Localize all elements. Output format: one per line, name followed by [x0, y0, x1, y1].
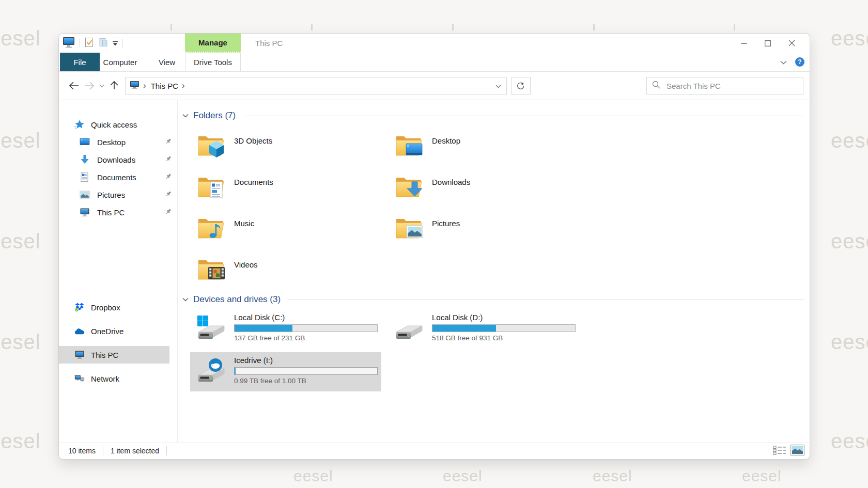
folder-videos-icon [197, 256, 226, 285]
picture-icon [80, 190, 90, 200]
sidebar-item-this-pc-pinned[interactable]: This PC [59, 203, 177, 221]
ribbon-tab-bar: File Computer View Drive Tools ? [59, 53, 810, 72]
pin-icon [165, 138, 172, 147]
navigation-pane: Quick access Desktop Downloads [59, 100, 178, 442]
pin-icon [165, 173, 172, 182]
customize-toolbar-caret-icon[interactable] [113, 39, 118, 48]
chevron-right-icon[interactable]: › [182, 78, 185, 93]
watermark: eesel [831, 430, 868, 453]
watermark: eesel [742, 467, 782, 485]
collapse-group-chevron-icon[interactable] [182, 114, 189, 118]
sidebar-item-this-pc[interactable]: This PC [59, 343, 177, 367]
address-bar[interactable]: › This PC › [125, 77, 507, 95]
quick-access-toolbar [62, 34, 122, 53]
watermark: eesel [831, 129, 868, 152]
download-arrow-icon [80, 154, 90, 165]
drive-name: Icedrive (I:) [234, 356, 378, 365]
group-header-folders[interactable]: Folders (7) [182, 108, 804, 123]
watermark: eesel [593, 467, 632, 485]
large-icons-view-icon[interactable] [791, 445, 804, 457]
folder-tile-label: Pictures [432, 219, 460, 228]
drive-tile-icedrive-selected[interactable]: Icedrive (I:) 0.99 TB free of 1.00 TB [190, 352, 381, 391]
sidebar-item-onedrive[interactable]: OneDrive [59, 319, 177, 343]
sidebar-item-label: OneDrive [91, 327, 123, 336]
forward-button[interactable] [82, 77, 97, 95]
folder-tile-label: Documents [234, 178, 273, 186]
drive-usage-bar [234, 367, 378, 375]
pin-icon [165, 208, 172, 217]
pin-icon [165, 155, 172, 164]
sidebar-item-dropbox[interactable]: Dropbox [59, 295, 177, 319]
refresh-button[interactable] [511, 77, 531, 95]
group-header-devices[interactable]: Devices and drives (3) [182, 292, 804, 307]
dropbox-icon [74, 302, 85, 312]
folder-tile-pictures[interactable]: Pictures [388, 214, 574, 251]
tab-view[interactable]: View [152, 53, 182, 71]
sidebar-item-pictures[interactable]: Pictures [59, 186, 177, 203]
drive-tile-local-disk-c[interactable]: Local Disk (C:) 137 GB free of 231 GB [190, 309, 381, 349]
network-icon [74, 373, 85, 384]
drive-tile-local-disk-d[interactable]: Local Disk (D:) 518 GB free of 931 GB [388, 309, 579, 349]
sidebar-item-documents[interactable]: Documents [59, 168, 177, 186]
breadcrumb-this-pc[interactable]: This PC [151, 82, 178, 90]
watermark: eesel [0, 27, 41, 50]
sidebar-item-quick-access[interactable]: Quick access [59, 116, 177, 133]
folder-tile-music[interactable]: Music [190, 214, 376, 251]
sidebar-item-downloads[interactable]: Downloads [59, 151, 177, 168]
folder-tile-label: 3D Objects [234, 136, 272, 145]
collapse-group-chevron-icon[interactable] [182, 297, 189, 302]
sidebar-item-label: Downloads [97, 155, 135, 164]
folder-tile-videos[interactable]: Videos [190, 255, 376, 292]
recent-locations-chevron-icon[interactable] [97, 77, 106, 95]
tab-drive-tools[interactable]: Drive Tools [185, 53, 241, 71]
status-item-count: 10 items [68, 447, 96, 455]
watermark-tick [593, 24, 595, 30]
sidebar-item-label: Dropbox [91, 303, 120, 312]
drive-name: Local Disk (C:) [234, 313, 378, 322]
expand-ribbon-chevron-icon[interactable] [780, 57, 787, 67]
search-box[interactable] [646, 77, 803, 95]
status-divider [103, 446, 103, 455]
tab-file[interactable]: File [60, 53, 100, 71]
toolbar-separator [122, 39, 122, 48]
drive-usage-bar [432, 324, 576, 332]
watermark: eesel [0, 330, 41, 354]
status-bar: 10 items 1 item selected [59, 442, 810, 459]
tab-computer[interactable]: Computer [103, 53, 137, 71]
search-input[interactable] [665, 81, 798, 91]
back-button[interactable] [66, 77, 82, 95]
help-icon[interactable]: ? [795, 57, 804, 67]
folder-music-icon [197, 215, 226, 244]
details-view-icon[interactable] [773, 445, 786, 457]
folder-tile-documents[interactable]: Documents [190, 172, 376, 210]
watermark: eesel [443, 467, 483, 485]
sidebar-item-network[interactable]: Network [59, 367, 177, 390]
status-selected-count: 1 item selected [111, 447, 159, 455]
folder-downloads-icon [395, 174, 424, 202]
sidebar-item-desktop[interactable]: Desktop [59, 133, 177, 151]
watermark: eesel [831, 27, 868, 50]
new-folder-quick-button[interactable] [98, 37, 109, 50]
pin-icon [165, 191, 172, 199]
view-toggle-buttons [773, 445, 804, 457]
minimize-button[interactable] [732, 34, 756, 53]
maximize-button[interactable] [756, 34, 780, 53]
onedrive-cloud-icon [74, 326, 85, 336]
properties-quick-button[interactable] [84, 37, 94, 50]
watermark-tick [171, 24, 172, 30]
folder-tile-downloads[interactable]: Downloads [388, 172, 574, 210]
folder-tile-desktop[interactable]: Desktop [388, 131, 574, 168]
sidebar-item-label: Network [91, 374, 119, 383]
sidebar-item-label: This PC [91, 351, 118, 359]
drive-usage-bar [234, 324, 378, 332]
watermark: eesel [0, 430, 41, 453]
tab-manage-contextual[interactable]: Manage [185, 34, 241, 53]
drive-free-space: 137 GB free of 231 GB [234, 334, 378, 342]
folder-tile-3d-objects[interactable]: 3D Objects [190, 131, 376, 168]
quick-access-star-icon [74, 119, 85, 130]
up-button[interactable] [106, 77, 122, 95]
close-button[interactable] [780, 34, 803, 53]
computer-icon [80, 207, 90, 217]
address-dropdown-chevron-icon[interactable] [495, 81, 501, 90]
watermark: eesel [831, 230, 868, 253]
